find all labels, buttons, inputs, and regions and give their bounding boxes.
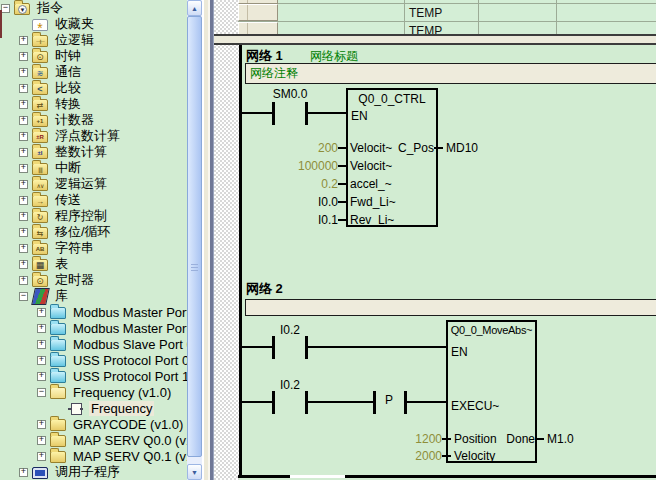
block-input-pin-row[interactable]: I0.1 Rev_Li~ — [270, 212, 440, 227]
tree-expand-toggle-icon[interactable] — [19, 228, 28, 237]
tree-expand-toggle-icon[interactable] — [37, 308, 46, 317]
tree-item[interactable]: 传送 — [0, 192, 187, 208]
tree-item[interactable]: 转换 — [0, 96, 187, 112]
tree-item[interactable]: 逻辑运算 — [0, 176, 187, 192]
tree-expand-toggle-icon[interactable] — [19, 164, 28, 173]
tree-expand-toggle-icon[interactable] — [37, 388, 46, 397]
tree-item-icon — [50, 323, 66, 335]
editor-splitter[interactable] — [214, 34, 656, 45]
tree-item[interactable]: 移位/循环 — [0, 224, 187, 240]
tree-expand-toggle-icon[interactable] — [37, 452, 46, 461]
tree-expand-toggle-icon[interactable] — [19, 84, 28, 93]
pin-value[interactable]: 2000 — [400, 449, 442, 463]
tree-expand-toggle-icon[interactable] — [19, 180, 28, 189]
tree-expand-toggle-icon[interactable] — [19, 52, 28, 61]
block-input-pin-row[interactable]: 0.2 accel_~ — [270, 176, 440, 191]
tree-item[interactable]: USS Protocol Port 0 (v2 — [0, 352, 187, 368]
tree-item[interactable]: 字符串 — [0, 240, 187, 256]
tree-item[interactable]: 位逻辑 — [0, 32, 187, 48]
local-variable-table[interactable]: TEMP TEMP TEMP — [238, 0, 656, 34]
tree-item[interactable]: Modbus Master Port 0 (v — [0, 304, 187, 320]
scroll-down-button[interactable]: ▼ — [187, 464, 202, 480]
pane-splitter[interactable] — [202, 0, 214, 480]
tree-item[interactable]: 表 — [0, 256, 187, 272]
tree-item[interactable]: Modbus Slave Port 0 (v — [0, 336, 187, 352]
block-input-pin-row[interactable]: I0.0 Fwd_Li~ — [270, 194, 440, 209]
tree-item[interactable]: Modbus Master Port 1 (v — [0, 320, 187, 336]
tree-item[interactable]: MAP SERV Q0.0 (v1.8) — [0, 432, 187, 448]
var-table-row-headers — [238, 0, 278, 34]
tree-item[interactable]: 计数器 — [0, 112, 187, 128]
tree-expand-toggle-icon[interactable] — [37, 436, 46, 445]
tree-expand-toggle-icon[interactable] — [1, 4, 10, 13]
tree-item[interactable]: GRAYCODE (v1.0) — [0, 416, 187, 432]
network1-comment[interactable]: 网络注释 — [245, 63, 656, 84]
scroll-up-button[interactable]: ▲ — [187, 0, 202, 16]
block-input-pin-row[interactable]: 100000 Velocit~ — [270, 158, 440, 173]
tree-expand-toggle-icon[interactable] — [19, 260, 28, 269]
wire — [407, 401, 446, 403]
pin-value[interactable]: 0.2 — [270, 177, 338, 191]
tree-expand-toggle-icon[interactable] — [37, 324, 46, 333]
tree-item-label: 调用子程序 — [53, 463, 122, 480]
contact-bar[interactable] — [272, 336, 275, 359]
tree-item[interactable]: 整数计算 — [0, 144, 187, 160]
tree-expand-toggle-icon[interactable] — [37, 420, 46, 429]
tree-item-icon — [32, 195, 48, 207]
tree-item[interactable]: 比较 — [0, 80, 187, 96]
scroll-thumb[interactable] — [187, 16, 202, 457]
pin-operand[interactable]: MD10 — [446, 141, 478, 155]
tree-item[interactable]: 指令 — [0, 0, 187, 16]
var-table-row-header[interactable] — [238, 4, 278, 21]
tree-expand-toggle-icon[interactable] — [19, 468, 28, 477]
contact-operand-label[interactable]: SM0.0 — [265, 88, 315, 101]
tree-expand-toggle-icon[interactable] — [37, 340, 46, 349]
tree-item[interactable]: 收藏夹 — [0, 16, 187, 32]
tree-expand-toggle-icon[interactable] — [19, 196, 28, 205]
tree-expand-toggle-icon[interactable] — [19, 36, 28, 45]
tree-expand-toggle-icon[interactable] — [19, 132, 28, 141]
positive-edge-contact-label[interactable]: P — [374, 394, 404, 407]
tree-item[interactable]: Frequency — [0, 400, 187, 416]
block-exec-pin-label: EXECU~ — [451, 399, 499, 413]
tree-item[interactable]: 时钟 — [0, 48, 187, 64]
tree-expand-toggle-icon[interactable] — [19, 100, 28, 109]
contact-bar[interactable] — [272, 391, 275, 414]
tree-item[interactable]: 中断 — [0, 160, 187, 176]
pin-operand[interactable]: M1.0 — [547, 432, 574, 446]
tree-item[interactable]: 库 — [0, 288, 187, 304]
tree-item[interactable]: Frequency (v1.0) — [0, 384, 187, 400]
tree-expand-toggle-icon[interactable] — [19, 276, 28, 285]
tree-item[interactable]: 调用子程序 — [0, 464, 187, 480]
block-output-pin-row[interactable]: C_Pos MD10 — [396, 140, 506, 155]
tree-item[interactable]: MAP SERV Q0.1 (v1.8) — [0, 448, 187, 464]
network2-title: 网络 2 — [246, 280, 283, 298]
block-output-pin-row[interactable]: Done M1.0 — [494, 431, 614, 446]
pin-value[interactable]: 1200 — [400, 432, 442, 446]
tree-expand-toggle-icon[interactable] — [19, 292, 28, 301]
tree-item[interactable]: 定时器 — [0, 272, 187, 288]
tree-item[interactable]: 浮点数计算 — [0, 128, 187, 144]
tree-item[interactable]: 程序控制 — [0, 208, 187, 224]
block-input-pin-row[interactable]: 2000 Velocity — [400, 448, 550, 463]
var-type-cell[interactable]: TEMP — [409, 0, 442, 2]
var-type-cell[interactable]: TEMP — [409, 7, 442, 20]
contact-bar[interactable] — [272, 102, 275, 125]
pin-value[interactable]: I0.1 — [270, 213, 338, 227]
tree-expand-toggle-icon[interactable] — [37, 372, 46, 381]
pin-value[interactable]: I0.0 — [270, 195, 338, 209]
tree-scrollbar[interactable]: ▲ ▼ — [187, 0, 202, 480]
tree-expand-toggle-icon[interactable] — [19, 244, 28, 253]
pin-value[interactable]: 200 — [270, 141, 338, 155]
network2-comment[interactable] — [245, 299, 656, 316]
pin-value[interactable]: 100000 — [270, 159, 338, 173]
var-table-row-header[interactable] — [238, 22, 278, 34]
tree-expand-toggle-icon[interactable] — [19, 148, 28, 157]
tree-expand-toggle-icon[interactable] — [19, 116, 28, 125]
tree-item[interactable]: USS Protocol Port 1 (v2 — [0, 368, 187, 384]
tree-expand-toggle-icon[interactable] — [37, 356, 46, 365]
tree-expand-toggle-icon[interactable] — [19, 68, 28, 77]
var-type-cell[interactable]: TEMP — [409, 25, 442, 34]
tree-expand-toggle-icon[interactable] — [19, 212, 28, 221]
tree-item[interactable]: 通信 — [0, 64, 187, 80]
